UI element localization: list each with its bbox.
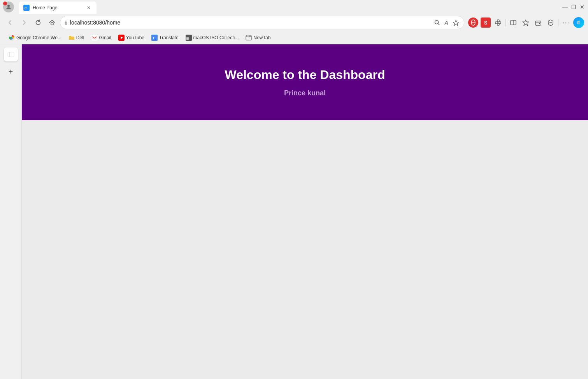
forward-button[interactable] — [18, 16, 30, 29]
tab-strip: e Home Page ✕ — [17, 0, 559, 14]
bookmark-translate-label: Translate — [159, 35, 179, 40]
bookmark-dell[interactable]: Dell — [65, 33, 88, 42]
sidebar: + — [0, 44, 22, 379]
bookmark-dell-label: Dell — [76, 35, 84, 40]
split-screen-icon[interactable] — [508, 18, 518, 28]
address-bar[interactable]: ℹ localhost:8080/home A — [60, 16, 464, 29]
svg-rect-30 — [8, 52, 14, 57]
bookmark-gmail[interactable]: Gmail — [88, 33, 114, 42]
toolbar-right: S ⋯ E — [468, 17, 584, 28]
opera-icon[interactable] — [468, 18, 478, 28]
gmail-icon — [91, 35, 98, 41]
security-icon: ℹ — [65, 20, 67, 26]
wallet-icon[interactable] — [533, 18, 543, 28]
tab-title: Home Page — [33, 5, 83, 11]
svg-text:T: T — [153, 36, 155, 40]
minimize-button[interactable]: — — [562, 4, 568, 10]
restore-button[interactable]: ❐ — [571, 4, 576, 10]
browser-body: + Welcome to the Dashboard Prince kunal — [0, 44, 588, 379]
svg-point-4 — [435, 20, 438, 24]
close-button[interactable]: ✕ — [579, 4, 585, 10]
sidebar-tab-button[interactable] — [4, 47, 18, 61]
favorite-star-icon[interactable] — [452, 19, 459, 26]
svg-rect-9 — [497, 20, 499, 22]
divider — [506, 19, 506, 26]
svg-rect-3 — [51, 23, 53, 25]
content-area: Welcome to the Dashboard Prince kunal — [22, 44, 588, 379]
bookmark-youtube[interactable]: YouTube — [115, 33, 147, 42]
tab-favicon: e — [23, 5, 30, 11]
search-icon[interactable] — [434, 19, 441, 26]
protection-icon[interactable] — [546, 18, 556, 28]
url-text[interactable]: localhost:8080/home — [70, 19, 430, 26]
profile-button[interactable]: E — [573, 17, 584, 28]
bookmark-macos-label: macOS ISO Collecti... — [193, 35, 239, 40]
address-icons: A — [434, 19, 459, 26]
bookmark-macos[interactable]: ▦ macOS ISO Collecti... — [183, 33, 242, 42]
bookmark-translate[interactable]: T Translate — [148, 33, 182, 42]
dashboard-subtitle: Prince kunal — [284, 89, 326, 97]
title-bar: e Home Page ✕ — ❐ ✕ — [0, 0, 588, 14]
read-aloud-icon[interactable]: A — [443, 19, 450, 26]
window-controls: — ❐ ✕ — [562, 4, 585, 10]
svg-marker-14 — [523, 20, 529, 26]
extensions-icon[interactable] — [493, 18, 503, 28]
favorites-bar-icon[interactable] — [521, 18, 531, 28]
bookmark-newtab-label: New tab — [253, 35, 270, 40]
back-button[interactable] — [4, 16, 16, 29]
svg-text:e: e — [25, 6, 27, 10]
svg-marker-5 — [453, 20, 458, 26]
active-tab[interactable]: e Home Page ✕ — [19, 2, 97, 14]
svg-text:▦: ▦ — [186, 37, 189, 40]
profile-avatar[interactable] — [3, 2, 14, 12]
tab-close-button[interactable]: ✕ — [86, 5, 92, 11]
svg-rect-8 — [495, 22, 497, 24]
svg-rect-15 — [535, 21, 541, 25]
toolbar: ℹ localhost:8080/home A S — [0, 14, 588, 31]
bookmark-chrome-label: Google Chrome We... — [16, 35, 61, 40]
youtube-icon — [118, 35, 125, 41]
home-button[interactable] — [46, 16, 58, 29]
reload-button[interactable] — [32, 16, 44, 29]
bookmark-gmail-label: Gmail — [99, 35, 111, 40]
divider2 — [558, 19, 558, 26]
folder-icon — [68, 35, 75, 41]
translate-icon: T — [151, 35, 158, 41]
bookmark-newtab[interactable]: New tab — [242, 33, 274, 42]
bookmarks-bar: Google Chrome We... Dell Gmail YouTube — [0, 31, 588, 44]
chrome-icon — [9, 35, 15, 41]
bookmark-chrome[interactable]: Google Chrome We... — [5, 33, 65, 42]
dashboard-title: Welcome to the Dashboard — [225, 68, 385, 82]
dashboard-header: Welcome to the Dashboard Prince kunal — [22, 44, 588, 120]
more-button[interactable]: ⋯ — [561, 18, 571, 28]
newtab-icon — [246, 35, 252, 41]
macos-icon: ▦ — [186, 35, 192, 41]
svg-point-0 — [7, 5, 10, 7]
sidebar-add-button[interactable]: + — [4, 65, 18, 79]
svg-rect-16 — [539, 23, 540, 24]
s-extension-icon[interactable]: S — [481, 18, 491, 28]
bookmark-youtube-label: YouTube — [126, 35, 144, 40]
svg-rect-29 — [247, 35, 249, 37]
